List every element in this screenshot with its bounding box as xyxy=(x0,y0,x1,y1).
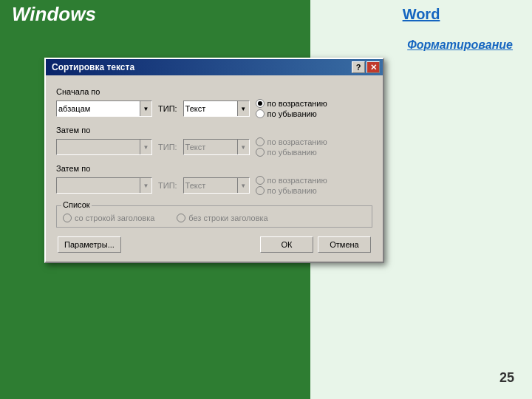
section3-label: Затем по xyxy=(56,164,372,173)
type2-select[interactable]: Текст ▼ xyxy=(183,139,250,155)
word-title: Word xyxy=(403,6,440,23)
sort1-asc-radio[interactable] xyxy=(256,99,265,108)
type1-value: Текст xyxy=(185,104,219,113)
sort1-desc-label: по убыванию xyxy=(267,109,317,118)
type3-value: Текст xyxy=(185,181,219,190)
sort1-asc-row[interactable]: по возрастанию xyxy=(256,99,327,108)
sort1-select[interactable]: абзацам ▼ xyxy=(56,100,152,117)
sort1-arrow[interactable]: ▼ xyxy=(140,101,151,116)
sort2-arrow[interactable]: ▼ xyxy=(140,140,151,154)
cancel-button[interactable]: Отмена xyxy=(318,236,371,253)
dialog-content: Сначала по абзацам ▼ ТИП: Текст ▼ по xyxy=(46,75,383,262)
sort3-desc-label: по убыванию xyxy=(267,186,317,195)
sort3-arrow[interactable]: ▼ xyxy=(140,178,151,193)
sort2-asc-row[interactable]: по возрастанию xyxy=(256,137,327,146)
type3-select[interactable]: Текст ▼ xyxy=(183,177,250,194)
type1-arrow[interactable]: ▼ xyxy=(237,101,249,116)
sort2-radio-group: по возрастанию по убыванию xyxy=(256,137,327,157)
sort3-radio-group: по возрастанию по убыванию xyxy=(256,176,327,195)
sort2-asc-radio[interactable] xyxy=(256,137,265,146)
section2-label: Затем по xyxy=(56,126,372,134)
type2-arrow[interactable]: ▼ xyxy=(237,140,249,154)
section3-row: ▼ ТИП: Текст ▼ по возрастанию xyxy=(56,176,372,195)
close-button[interactable]: ✕ xyxy=(366,61,380,73)
list-opt2-radio[interactable] xyxy=(177,214,185,222)
type2-label: ТИП: xyxy=(158,143,177,151)
app-title-left: Windows xyxy=(0,0,310,28)
sort3-asc-radio[interactable] xyxy=(256,176,265,185)
sort2-select[interactable]: ▼ xyxy=(56,139,152,155)
sort1-value: абзацам xyxy=(58,104,103,113)
ok-button[interactable]: ОК xyxy=(260,236,313,253)
dialog-titlebar: Сортировка текста ? ✕ xyxy=(46,59,383,75)
section2-row: ▼ ТИП: Текст ▼ по возрастанию xyxy=(56,137,372,157)
list-opt1-radio[interactable] xyxy=(63,214,72,222)
list-section-title: Список xyxy=(61,200,92,209)
left-panel: Сортировка текста ? ✕ Сначала по абзацам… xyxy=(0,28,310,399)
type2-value: Текст xyxy=(185,143,219,151)
help-button[interactable]: ? xyxy=(352,61,365,73)
sort3-asc-row[interactable]: по возрастанию xyxy=(256,176,327,185)
section1-label: Сначала по xyxy=(56,87,372,96)
sort3-asc-label: по возрастанию xyxy=(267,176,327,185)
list-opt1-label: со строкой заголовка xyxy=(75,214,154,222)
sort1-radio-group: по возрастанию по убыванию xyxy=(256,99,327,118)
type3-arrow[interactable]: ▼ xyxy=(237,178,249,193)
page-number: 25 xyxy=(499,370,514,386)
dialog-title-buttons: ? ✕ xyxy=(352,61,380,73)
type1-select[interactable]: Текст ▼ xyxy=(183,100,250,117)
list-opt2-row[interactable]: без строки заголовка xyxy=(177,214,267,222)
subtitle-text: Форматирование xyxy=(407,38,513,52)
section1-row: абзацам ▼ ТИП: Текст ▼ по возрастанию xyxy=(56,99,372,118)
dialog-title: Сортировка текста xyxy=(49,62,134,72)
list-opt2-label: без строки заголовка xyxy=(188,214,267,222)
sort2-desc-row[interactable]: по убыванию xyxy=(256,148,327,157)
sort2-desc-radio[interactable] xyxy=(256,148,265,157)
list-options-row: со строкой заголовка без строки заголовк… xyxy=(63,214,366,222)
type1-label: ТИП: xyxy=(158,104,177,113)
sort2-desc-label: по убыванию xyxy=(267,148,317,157)
type3-label: ТИП: xyxy=(158,181,177,190)
sort3-select[interactable]: ▼ xyxy=(56,177,152,194)
sort2-asc-label: по возрастанию xyxy=(267,137,327,146)
list-section: Список со строкой заголовка без строки з… xyxy=(56,205,372,228)
sort3-desc-radio[interactable] xyxy=(256,186,265,195)
sort3-desc-row[interactable]: по убыванию xyxy=(256,186,327,195)
buttons-row: Параметры... ОК Отмена xyxy=(56,236,372,253)
ok-cancel-group: ОК Отмена xyxy=(260,236,371,253)
list-opt1-row[interactable]: со строкой заголовка xyxy=(63,214,154,222)
sort1-desc-row[interactable]: по убыванию xyxy=(256,109,327,118)
windows-title: Windows xyxy=(12,3,96,26)
params-button[interactable]: Параметры... xyxy=(58,236,121,253)
sort1-asc-label: по возрастанию xyxy=(267,99,327,108)
sort1-desc-radio[interactable] xyxy=(256,109,265,118)
sort-dialog: Сортировка текста ? ✕ Сначала по абзацам… xyxy=(44,58,384,263)
